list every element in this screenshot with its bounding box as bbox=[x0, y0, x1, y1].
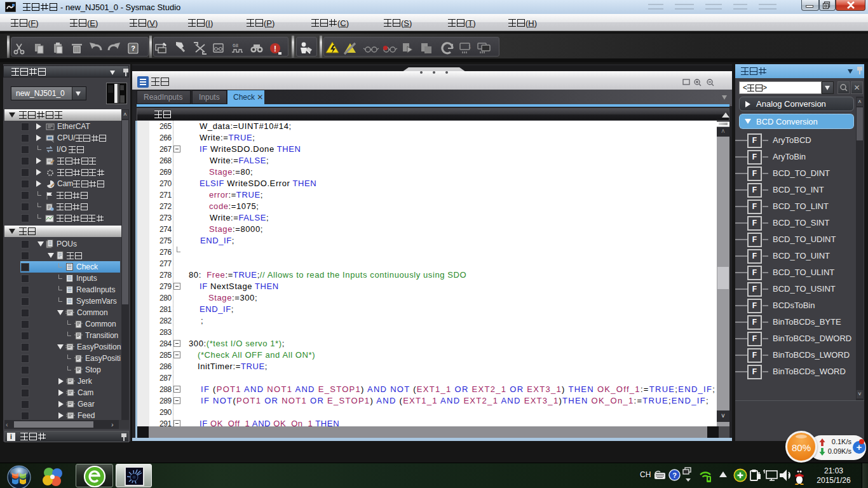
svg-text:?: ? bbox=[672, 471, 677, 479]
svg-text:1: 1 bbox=[468, 44, 471, 50]
svg-text:68: 68 bbox=[233, 43, 238, 48]
svg-text:?: ? bbox=[131, 44, 135, 52]
svg-text:!: ! bbox=[274, 44, 276, 53]
